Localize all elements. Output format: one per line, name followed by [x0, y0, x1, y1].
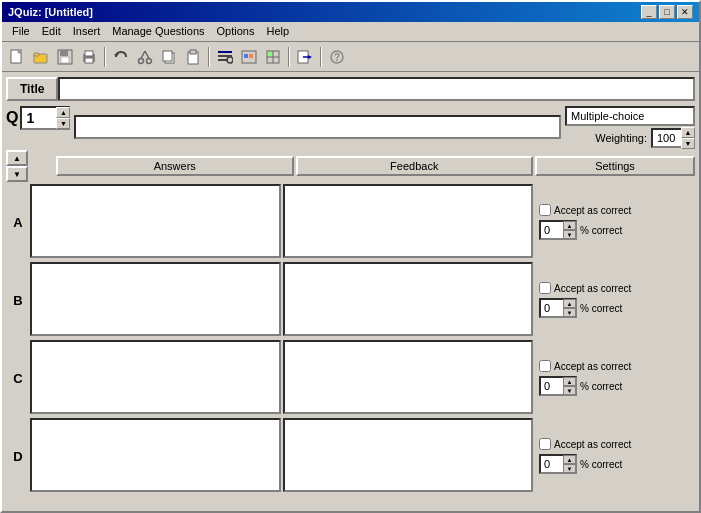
percent-spin-up-a[interactable]: ▲ — [563, 221, 576, 230]
title-row: Title — [6, 76, 695, 102]
weighting-spin-up[interactable]: ▲ — [681, 127, 695, 138]
percent-input-c[interactable] — [541, 380, 563, 392]
menu-edit[interactable]: Edit — [36, 24, 67, 39]
q-spin-btns: ▲ ▼ — [56, 107, 70, 129]
answer-textarea-a[interactable] — [30, 184, 281, 258]
question-row: Q ▲ ▼ Multiple-ch — [6, 106, 695, 148]
percent-input-b[interactable] — [541, 302, 563, 314]
scroll-controls: ▲ ▼ — [6, 150, 28, 182]
q-number-input[interactable] — [22, 110, 56, 126]
percent-input-a[interactable] — [541, 224, 563, 236]
percent-spin-b: ▲ ▼ — [563, 299, 576, 317]
menu-file[interactable]: File — [6, 24, 36, 39]
accept-checkbox-a[interactable] — [539, 204, 551, 216]
feedback-textarea-c[interactable] — [283, 340, 534, 414]
svg-text:?: ? — [334, 52, 340, 63]
percent-spin-d: ▲ ▼ — [563, 455, 576, 473]
open-button[interactable] — [30, 46, 52, 68]
q-label: Q — [6, 109, 18, 127]
svg-line-14 — [145, 51, 149, 59]
answer-label-a: A — [6, 184, 30, 260]
settings-cell-c: Accept as correct ▲ ▼ % correct — [535, 340, 695, 416]
new-button[interactable] — [6, 46, 28, 68]
weighting-input[interactable] — [653, 132, 681, 144]
accept-row-c: Accept as correct — [539, 360, 691, 372]
percent-label-d: % correct — [580, 459, 622, 470]
percent-spin-down-b[interactable]: ▼ — [563, 308, 576, 317]
answer-textarea-c[interactable] — [30, 340, 281, 414]
main-window: JQuiz: [Untitled] _ □ ✕ File Edit Insert… — [0, 0, 701, 513]
answer-label-d: D — [6, 418, 30, 494]
percent-spin-down-c[interactable]: ▼ — [563, 386, 576, 395]
copy-button[interactable] — [158, 46, 180, 68]
type-select-wrapper: Multiple-choice Short answer True/False … — [565, 106, 695, 126]
weighting-spin-down[interactable]: ▼ — [681, 138, 695, 149]
percent-box-c: ▲ ▼ — [539, 376, 577, 396]
percent-spin-up-d[interactable]: ▲ — [563, 455, 576, 464]
svg-rect-9 — [85, 58, 93, 63]
answer-textarea-b[interactable] — [30, 262, 281, 336]
print-button[interactable] — [78, 46, 100, 68]
table-row: A Accept as correct ▲ — [6, 184, 695, 260]
title-button[interactable]: Title — [6, 77, 58, 101]
maximize-button[interactable]: □ — [659, 5, 675, 19]
main-content: Title Q ▲ ▼ — [2, 72, 699, 511]
help-button[interactable]: ? — [326, 46, 348, 68]
accept-label-d: Accept as correct — [554, 439, 631, 450]
menu-options[interactable]: Options — [211, 24, 261, 39]
feedback-textarea-a[interactable] — [283, 184, 534, 258]
answers-header-button[interactable]: Answers — [56, 156, 294, 176]
question-textarea[interactable] — [74, 115, 561, 139]
table-row: C Accept as correct ▲ — [6, 340, 695, 416]
q-spin-up[interactable]: ▲ — [56, 107, 70, 118]
svg-line-23 — [231, 62, 232, 64]
minimize-button[interactable]: _ — [641, 5, 657, 19]
manage2-button[interactable] — [238, 46, 260, 68]
answer-textarea-d[interactable] — [30, 418, 281, 492]
percent-row-b: ▲ ▼ % correct — [539, 298, 691, 318]
percent-box-b: ▲ ▼ — [539, 298, 577, 318]
percent-spin-down-a[interactable]: ▼ — [563, 230, 576, 239]
q-number-box: ▲ ▼ — [20, 106, 70, 130]
menu-insert[interactable]: Insert — [67, 24, 107, 39]
svg-rect-3 — [34, 53, 39, 56]
window-title: JQuiz: [Untitled] — [8, 6, 93, 18]
undo-button[interactable] — [110, 46, 132, 68]
feedback-textarea-d[interactable] — [283, 418, 534, 492]
percent-spin-up-c[interactable]: ▲ — [563, 377, 576, 386]
sep2 — [208, 47, 210, 67]
percent-row-c: ▲ ▼ % correct — [539, 376, 691, 396]
accept-checkbox-c[interactable] — [539, 360, 551, 372]
cut-button[interactable] — [134, 46, 156, 68]
save-button[interactable] — [54, 46, 76, 68]
menu-help[interactable]: Help — [260, 24, 295, 39]
percent-input-d[interactable] — [541, 458, 563, 470]
manage1-button[interactable] — [214, 46, 236, 68]
export-button[interactable] — [294, 46, 316, 68]
menu-manage-questions[interactable]: Manage Questions — [106, 24, 210, 39]
percent-spin-up-b[interactable]: ▲ — [563, 299, 576, 308]
type-select[interactable]: Multiple-choice Short answer True/False … — [565, 106, 695, 126]
accept-row-b: Accept as correct — [539, 282, 691, 294]
answer-label-b: B — [6, 262, 30, 338]
accept-checkbox-d[interactable] — [539, 438, 551, 450]
close-button[interactable]: ✕ — [677, 5, 693, 19]
manage3-button[interactable] — [262, 46, 284, 68]
q-spin-down[interactable]: ▼ — [56, 118, 70, 129]
settings-cell-b: Accept as correct ▲ ▼ % correct — [535, 262, 695, 338]
title-input[interactable] — [58, 77, 695, 101]
answer-rows-container: A Accept as correct ▲ — [6, 184, 695, 507]
scroll-up-button[interactable]: ▲ — [6, 150, 28, 166]
settings-header: Settings — [535, 156, 695, 176]
paste-button[interactable] — [182, 46, 204, 68]
feedback-header-button[interactable]: Feedback — [296, 156, 534, 176]
accept-row-d: Accept as correct — [539, 438, 691, 450]
scroll-down-button[interactable]: ▼ — [6, 166, 28, 182]
sep1 — [104, 47, 106, 67]
accept-checkbox-b[interactable] — [539, 282, 551, 294]
feedback-textarea-b[interactable] — [283, 262, 534, 336]
weighting-spin: ▲ ▼ — [681, 127, 695, 149]
percent-box-d: ▲ ▼ — [539, 454, 577, 474]
svg-rect-26 — [249, 54, 253, 58]
percent-spin-down-d[interactable]: ▼ — [563, 464, 576, 473]
